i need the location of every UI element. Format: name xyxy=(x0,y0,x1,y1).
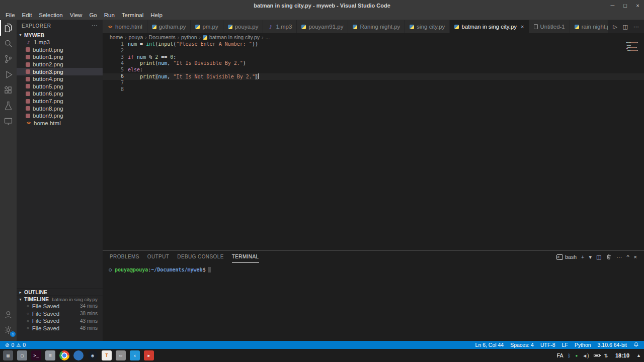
maximize-button[interactable]: ^ xyxy=(626,254,629,260)
folder-taskbar-icon[interactable]: ▢ xyxy=(17,350,27,360)
tab-rain-night.py[interactable]: rain night.py xyxy=(570,20,608,33)
file-item-button4.png[interactable]: button4.png xyxy=(17,75,103,83)
tab-pm.py[interactable]: pm.py xyxy=(191,20,223,33)
search-icon[interactable] xyxy=(0,36,17,51)
editor-taskbar-icon[interactable]: T xyxy=(102,350,112,360)
file-item-button7.png[interactable]: button7.png xyxy=(17,98,103,105)
timeline-entry[interactable]: ○File Saved34 mins xyxy=(17,303,103,310)
file-item-button9.png[interactable]: button9.png xyxy=(17,112,103,120)
run-button[interactable]: ▷ xyxy=(613,24,617,30)
menu-file[interactable]: File xyxy=(2,12,19,18)
tab-pouyam91.py[interactable]: pouyam91.py xyxy=(297,20,348,33)
breadcrumb-item[interactable]: home xyxy=(110,34,123,40)
code-line-3[interactable]: 3if num % 2 == 0: xyxy=(103,54,644,61)
file-item-button6.png[interactable]: button6.png xyxy=(17,90,103,98)
maximize-button[interactable]: □ xyxy=(619,3,631,9)
code-editor[interactable]: 1num = int(input("Please Enter A Number:… xyxy=(103,41,644,250)
panel-tab-problems[interactable]: PROBLEMS xyxy=(110,251,139,263)
file-item-button5.png[interactable]: button5.png xyxy=(17,83,103,90)
folder-section-header[interactable]: ▾ MYWEB xyxy=(17,31,103,39)
more-button[interactable]: ⋯ xyxy=(633,24,639,30)
code-line-2[interactable]: 2 xyxy=(103,48,644,54)
file-item-button3.png[interactable]: button3.png xyxy=(17,68,103,75)
tab-sing-city.py[interactable]: sing city.py xyxy=(405,20,450,33)
menu-view[interactable]: View xyxy=(66,12,86,18)
tab-pouya.py[interactable]: pouya.py xyxy=(223,20,264,33)
remote-explorer-icon[interactable] xyxy=(0,114,17,129)
explorer-more-button[interactable]: ⋯ xyxy=(92,22,98,29)
language-mode-status[interactable]: Python xyxy=(575,342,591,348)
file-item-1.mp3[interactable]: ♪1.mp3 xyxy=(17,39,103,46)
cursor-position-status[interactable]: Ln 6, Col 44 xyxy=(475,342,504,348)
close-button[interactable]: × xyxy=(631,3,644,9)
breadcrumb-symbol[interactable]: ... xyxy=(265,34,270,40)
close-button[interactable]: × xyxy=(634,254,637,260)
menu-help[interactable]: Help xyxy=(147,12,166,18)
timeline-entry[interactable]: ○File Saved38 mins xyxy=(17,310,103,317)
file-manager-taskbar-icon[interactable]: ▤ xyxy=(3,350,13,360)
file-item-button2.png[interactable]: button2.png xyxy=(17,61,103,68)
terminal-shell-selector[interactable]: >_ bash xyxy=(556,254,577,260)
terminal-prompt-line[interactable]: pouya@pouya:~/Documents/myweb$ xyxy=(109,267,644,273)
eol-status[interactable]: LF xyxy=(562,342,568,348)
split-button[interactable]: ◫ xyxy=(596,254,601,260)
kill-button[interactable] xyxy=(606,254,612,260)
panel-tab-terminal[interactable]: TERMINAL xyxy=(232,251,259,263)
tab-gotham.py[interactable]: gotham.py xyxy=(147,20,191,33)
menu-go[interactable]: Go xyxy=(86,12,100,18)
blue-app-taskbar-icon[interactable] xyxy=(73,350,84,360)
indentation-status[interactable]: Spaces: 4 xyxy=(510,342,534,348)
breadcrumb-item[interactable]: Documents xyxy=(149,34,176,40)
problems-status[interactable]: ⊘ 0 ⚠ 0 xyxy=(5,342,26,348)
python-interpreter-status[interactable]: 3.10.6 64-bit xyxy=(598,342,627,348)
volume-icon[interactable]: ◄) xyxy=(582,353,589,358)
shield-icon[interactable]: ● xyxy=(575,353,578,358)
vscode-taskbar-icon[interactable]: ‹ xyxy=(130,350,140,360)
battery-icon[interactable] xyxy=(594,354,600,357)
testing-icon[interactable] xyxy=(0,98,17,114)
keyboard-layout-indicator[interactable]: FA xyxy=(557,352,564,358)
terminal[interactable]: pouya@pouya:~/Documents/myweb$ xyxy=(103,263,644,341)
panel-tab-output[interactable]: OUTPUT xyxy=(147,251,170,263)
clock[interactable]: 18:10 xyxy=(615,352,629,358)
breadcrumb-item[interactable]: python xyxy=(181,34,197,40)
run-debug-icon[interactable] xyxy=(0,67,17,82)
dropdown-button[interactable]: ▾ xyxy=(589,254,592,260)
new-terminal-button[interactable]: + xyxy=(581,254,584,260)
file-item-button1.png[interactable]: button1.png xyxy=(17,53,103,61)
steam-taskbar-icon[interactable]: ◉ xyxy=(88,350,98,360)
code-line-1[interactable]: 1num = int(input("Please Enter A Number:… xyxy=(103,41,644,48)
notifications-bell-icon[interactable] xyxy=(633,342,639,348)
file-item-button0.png[interactable]: button0.png xyxy=(17,46,103,54)
code-line-4[interactable]: 4 print(num, "It Is Divisible By 2.") xyxy=(103,60,644,67)
settings-icon[interactable]: 1 xyxy=(0,322,17,338)
office-taskbar-icon[interactable]: ▭ xyxy=(116,350,126,360)
account-icon[interactable] xyxy=(0,307,17,322)
text-editor-taskbar-icon[interactable]: ≡ xyxy=(45,350,55,360)
network-icon[interactable]: ⇅ xyxy=(604,353,608,358)
breadcrumb-file[interactable]: batman in sing city.py xyxy=(209,34,260,40)
bluetooth-icon[interactable]: ᛒ xyxy=(568,353,571,358)
tab-1.mp3[interactable]: ♪1.mp3 xyxy=(263,20,297,33)
file-item-button8.png[interactable]: button8.png xyxy=(17,105,103,112)
menu-selection[interactable]: Selection xyxy=(35,12,66,18)
outline-section-header[interactable]: ▸ OUTLINE xyxy=(17,289,103,296)
code-line-6[interactable]: 6 print(num, "It Is Not Divisible By 2."… xyxy=(103,73,644,80)
explorer-icon[interactable] xyxy=(0,20,17,36)
timeline-entry[interactable]: ○File Saved48 mins xyxy=(17,324,103,332)
panel-tab-debug-console[interactable]: DEBUG CONSOLE xyxy=(177,251,223,263)
code-line-8[interactable]: 8 xyxy=(103,86,644,93)
media-player-taskbar-icon[interactable]: ▶ xyxy=(144,350,154,360)
code-line-7[interactable]: 7 xyxy=(103,80,644,86)
more-button[interactable]: ⋯ xyxy=(616,254,622,260)
tab-home.html[interactable]: <>home.html xyxy=(103,20,147,33)
menu-terminal[interactable]: Terminal xyxy=(118,12,147,18)
terminal-taskbar-icon[interactable]: >_ xyxy=(31,350,41,360)
extensions-icon[interactable] xyxy=(0,82,17,98)
breadcrumb-item[interactable]: pouya xyxy=(129,34,143,40)
source-control-icon[interactable] xyxy=(0,51,17,67)
encoding-status[interactable]: UTF-8 xyxy=(540,342,555,348)
menu-edit[interactable]: Edit xyxy=(19,12,36,18)
split-editor-button[interactable]: ◫ xyxy=(623,24,628,30)
timeline-section-header[interactable]: ▾ TIMELINE batman in sing city.py xyxy=(17,296,103,303)
